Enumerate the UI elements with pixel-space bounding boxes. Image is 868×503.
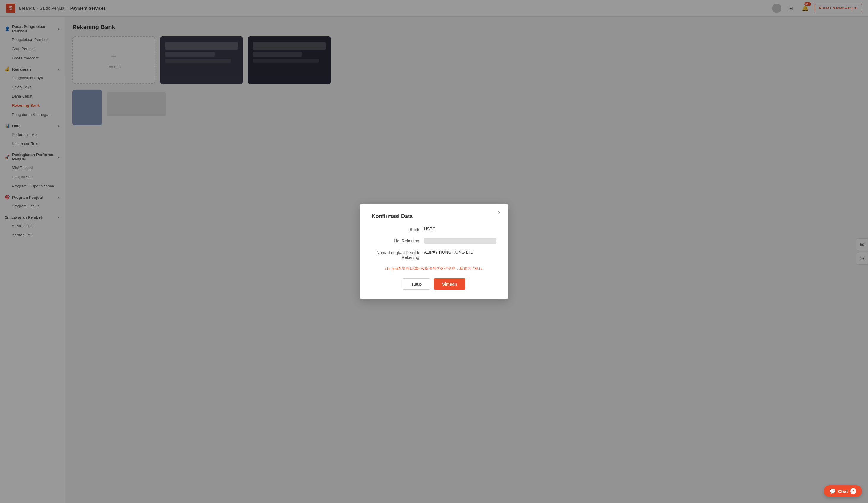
modal-overlay: × Konfirmasi Data Bank HSBC No. Rekening…	[0, 0, 868, 503]
modal-row-rekening: No. Rekening	[372, 238, 496, 244]
chat-bubble-badge: 2	[850, 488, 856, 494]
modal-label-nama: Nama Lengkap Pemilik Rekening	[372, 250, 419, 260]
modal-row-bank: Bank HSBC	[372, 227, 496, 232]
modal-notice: shopee系统自动弹出收款卡号的银行信息，检查后点确认	[372, 266, 496, 272]
modal-value-rekening	[424, 238, 496, 244]
tutup-button[interactable]: Tutup	[403, 278, 430, 290]
chat-bubble-label: Chat	[838, 489, 848, 494]
modal-label-bank: Bank	[372, 227, 419, 232]
modal-value-bank: HSBC	[424, 227, 496, 231]
modal-value-nama: ALIPAY HONG KONG LTD	[424, 250, 496, 255]
modal-label-rekening: No. Rekening	[372, 238, 419, 243]
chat-bubble-icon: 💬	[830, 489, 836, 494]
modal-close-btn[interactable]: ×	[495, 208, 503, 217]
confirmation-modal: × Konfirmasi Data Bank HSBC No. Rekening…	[360, 204, 508, 299]
simpan-button[interactable]: Simpan	[434, 278, 465, 290]
modal-row-nama: Nama Lengkap Pemilik Rekening ALIPAY HON…	[372, 250, 496, 260]
modal-actions: Tutup Simpan	[372, 278, 496, 290]
chat-bubble[interactable]: 💬 Chat 2	[824, 485, 862, 497]
modal-title: Konfirmasi Data	[372, 213, 496, 219]
